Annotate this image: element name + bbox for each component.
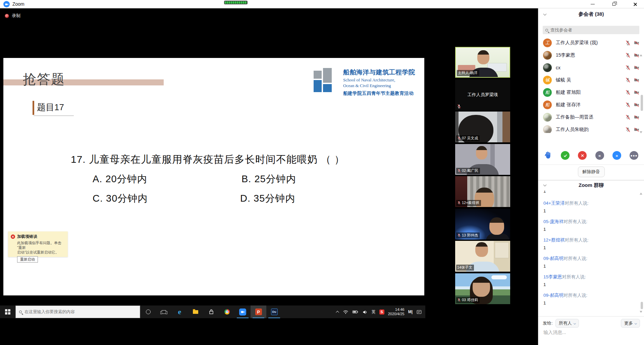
taskbar: e P Du 英 S 14:46 2020/4/25 M|: [0, 305, 425, 318]
chat-scrollbar-up-arrow[interactable]: [640, 193, 642, 195]
volume-button[interactable]: [362, 309, 368, 315]
addin-error-popup: ✕ 加载项错误 此加载项似乎有问题。单击“重新 启动”以尝试重新启动它。 重新启…: [8, 231, 68, 257]
raise-hand-button[interactable]: [544, 151, 552, 160]
mic-muted-icon: [625, 90, 631, 95]
participant-search[interactable]: [543, 26, 639, 34]
ime-mode-indicator[interactable]: M|: [408, 309, 413, 314]
participant-status-icons: [625, 53, 639, 58]
powerpoint-button[interactable]: P: [251, 305, 266, 318]
chat-suffix: 对所有人说:: [564, 219, 587, 224]
chrome-button[interactable]: [219, 305, 235, 318]
addin-error-title: 加载项错误: [17, 234, 37, 239]
chat-message-header: 04+王荣泽对所有人说:: [543, 200, 635, 206]
avatar-letter: 船: [545, 102, 550, 108]
network-button[interactable]: [343, 309, 348, 314]
chat-message-header: 12+蔡煌祺对所有人说:: [543, 237, 635, 243]
cortana-button[interactable]: [140, 305, 156, 318]
edge-button[interactable]: e: [172, 305, 187, 318]
powerpoint-icon: P: [255, 308, 262, 315]
video-tile[interactable]: 03 邓佳莉: [455, 273, 510, 304]
chat-suffix: 对所有人说:: [565, 237, 588, 243]
participant-row[interactable]: 工作人员朱晓韵: [538, 123, 644, 133]
zoom-app-button[interactable]: [235, 305, 251, 318]
chat-scrollbar-thumb[interactable]: [641, 302, 643, 309]
yes-button[interactable]: [561, 151, 570, 160]
participant-name: 工作备胎—周晋丞: [556, 114, 625, 120]
avatar-letter: 铖: [545, 77, 550, 83]
chat-message-text: 1: [543, 282, 635, 287]
logo-block-gray-1: [314, 71, 322, 79]
restart-addin-button[interactable]: 重新启动: [17, 256, 38, 263]
camera-muted-icon: [634, 65, 639, 70]
background-cloud: [491, 275, 507, 279]
sogou-icon[interactable]: S: [379, 309, 384, 315]
taskbar-search-input[interactable]: [24, 309, 125, 314]
video-name-label: 07 吴文成: [456, 135, 480, 141]
store-button[interactable]: [203, 305, 219, 318]
battery-icon: [352, 309, 359, 315]
chat-message-text: 1: [543, 191, 635, 194]
window-titlebar: Zoom: [0, 0, 644, 8]
chat-sender: 12+蔡煌祺: [543, 237, 565, 243]
avatar: [543, 125, 552, 133]
task-view-button[interactable]: [156, 305, 172, 318]
participant-row[interactable]: 15李蒙恩: [538, 49, 644, 61]
more-dropdown[interactable]: 更多: [621, 319, 640, 328]
participant-row[interactable]: 船 船建 霍旭阳: [538, 86, 644, 98]
scrollbar-up-arrow[interactable]: [640, 54, 642, 56]
minimize-button[interactable]: [587, 0, 598, 8]
send-to-dropdown[interactable]: 所有人: [555, 319, 579, 328]
taskbar-clock[interactable]: 14:46 2020/4/25: [388, 307, 405, 316]
scrollbar-down-arrow[interactable]: [640, 131, 642, 133]
go-faster-button[interactable]: »: [612, 151, 621, 160]
start-button[interactable]: [0, 305, 15, 318]
chat-suffix: 对所有人说:: [564, 293, 587, 298]
avatar: 船: [543, 88, 552, 97]
addin-error-line1: 此加载项似乎有问题。单击“重新: [17, 241, 61, 250]
logo-block-gray-2: [323, 68, 332, 83]
mic-muted-icon: [457, 201, 461, 205]
system-tray: 英 S 14:46 2020/4/25 M|: [337, 307, 425, 316]
more-actions-button[interactable]: ●●●: [630, 151, 638, 160]
participant-name: 船建 霍旭阳: [556, 89, 625, 95]
send-to-value: 所有人: [559, 320, 572, 326]
video-tile[interactable]: 13 郭仲杰: [455, 209, 510, 239]
participant-row[interactable]: 铖 铖毓 吴: [538, 74, 644, 86]
participant-status-icons: [625, 115, 639, 120]
video-tile[interactable]: 02-戴广民: [455, 144, 510, 175]
option-b: B. 25分钟内: [241, 172, 296, 186]
participant-status-icons: [625, 77, 639, 83]
video-tile[interactable]: 14张子文: [455, 241, 510, 272]
go-slower-button[interactable]: «: [595, 151, 604, 160]
chat-message-text: 1: [543, 264, 635, 269]
restore-button[interactable]: [608, 0, 620, 8]
video-tile[interactable]: 工作人员罗梁瑛: [455, 79, 510, 110]
search-icon: [545, 29, 548, 31]
chat-header: Zoom 群聊: [538, 182, 644, 190]
chevron-down-icon: [574, 322, 576, 324]
action-center-button[interactable]: [416, 309, 422, 315]
video-tile[interactable]: 12+蔡煌祺: [455, 176, 510, 207]
no-button[interactable]: [578, 151, 587, 160]
du-app-button[interactable]: Du: [266, 305, 282, 318]
participant-row[interactable]: 工 工作人员罗梁瑛 (我): [538, 37, 644, 49]
video-tile[interactable]: 07 吴文成: [455, 112, 510, 142]
participant-row[interactable]: 工作备胎—周晋丞: [538, 111, 644, 123]
unmute-button[interactable]: 解除静音: [578, 166, 605, 177]
tray-expand-button[interactable]: [337, 311, 339, 313]
battery-button[interactable]: [352, 309, 359, 315]
participant-row[interactable]: 船 船建 张存洋: [538, 98, 644, 111]
video-tile-host[interactable]: 主持人-杨洋: [455, 47, 510, 78]
chat-scrollbar-down-arrow[interactable]: [640, 311, 642, 313]
ime-indicator[interactable]: 英: [372, 309, 376, 315]
participant-search-input[interactable]: [550, 27, 628, 32]
scrollbar-thumb[interactable]: [641, 95, 643, 111]
chat-message-input[interactable]: [543, 330, 637, 335]
close-button[interactable]: [629, 0, 641, 8]
chat-message-text: 1: [543, 227, 635, 232]
participant-row[interactable]: cx: [538, 61, 644, 74]
avatar: 铖: [543, 76, 552, 84]
file-explorer-button[interactable]: [187, 305, 203, 318]
taskbar-search[interactable]: [15, 305, 140, 318]
camera-muted-icon: [634, 127, 639, 132]
